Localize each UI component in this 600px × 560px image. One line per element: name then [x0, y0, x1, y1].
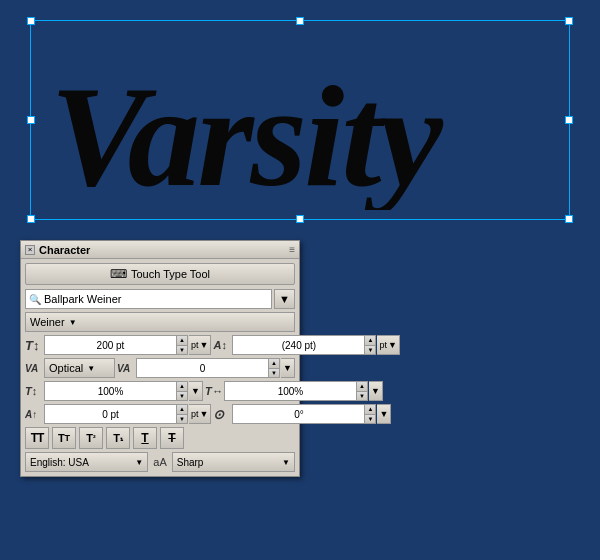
handle-top-right[interactable] — [565, 17, 573, 25]
horizontal-scale-arrows: ▲ ▼ — [356, 382, 367, 400]
tracking-down[interactable]: ▼ — [269, 368, 279, 377]
leading-down[interactable]: ▼ — [365, 345, 375, 354]
text-selection-box: Varsity — [30, 20, 570, 220]
font-style-value: Weiner — [30, 316, 65, 328]
baseline-shift-down[interactable]: ▼ — [177, 414, 187, 423]
typo-buttons-row: TT TT T² T₁ T T — [25, 427, 295, 449]
horizontal-scale-value[interactable] — [225, 386, 356, 397]
font-size-unit[interactable]: pt▼ — [189, 335, 211, 355]
search-icon: 🔍 — [29, 294, 41, 305]
antialias-label: aA — [150, 456, 169, 468]
varsity-text-svg: Varsity — [40, 30, 560, 210]
baseline-rotation-row: A↑ ▲ ▼ pt▼ ⊙ ▲ — [25, 404, 295, 424]
font-size-up[interactable]: ▲ — [177, 336, 187, 345]
font-style-row: Weiner ▼ — [25, 312, 295, 332]
leading-spinbox[interactable]: ▲ ▼ — [232, 335, 376, 355]
panel-body: ⌨ Touch Type Tool 🔍 ▼ Weiner ▼ — [21, 259, 299, 476]
tracking-arrows: ▲ ▼ — [268, 359, 279, 377]
baseline-shift-up[interactable]: ▲ — [177, 405, 187, 414]
horizontal-scale-up[interactable]: ▲ — [357, 382, 367, 391]
handle-bot-center[interactable] — [296, 215, 304, 223]
font-size-icon: T↕ — [25, 338, 43, 353]
antialias-value: Sharp — [177, 457, 204, 468]
superscript-button[interactable]: T² — [79, 427, 103, 449]
tracking-icon: VA — [117, 363, 135, 374]
tracking-value[interactable] — [137, 363, 268, 374]
kerning-value: Optical — [49, 362, 83, 374]
language-arrow: ▼ — [135, 458, 143, 467]
language-dropdown[interactable]: English: USA ▼ — [25, 452, 148, 472]
underline-button[interactable]: T — [133, 427, 157, 449]
panel-close-button[interactable]: × — [25, 245, 35, 255]
antialias-arrow: ▼ — [282, 458, 290, 467]
font-style-arrow: ▼ — [69, 318, 77, 327]
canvas-area: Varsity × Character ≡ ⌨ Touch Type Tool … — [0, 0, 600, 560]
leading-icon: A↕ — [213, 339, 231, 351]
vertical-scale-unit[interactable]: ▼ — [189, 381, 203, 401]
rotation-unit[interactable]: ▼ — [377, 404, 391, 424]
touch-type-label: Touch Type Tool — [131, 268, 210, 280]
horizontal-scale-unit[interactable]: ▼ — [369, 381, 383, 401]
leading-unit[interactable]: pt▼ — [377, 335, 399, 355]
vertical-scale-up[interactable]: ▲ — [177, 382, 187, 391]
baseline-shift-unit[interactable]: pt▼ — [189, 404, 211, 424]
font-search-input[interactable] — [44, 293, 268, 305]
kerning-group: VA Optical ▼ — [25, 358, 115, 378]
dropdown-arrow-icon: ▼ — [279, 293, 290, 305]
panel-menu-icon[interactable]: ≡ — [289, 244, 295, 255]
all-caps-button[interactable]: TT — [25, 427, 49, 449]
vertical-scale-value[interactable] — [45, 386, 176, 397]
baseline-shift-spinbox[interactable]: ▲ ▼ — [44, 404, 188, 424]
kerning-tracking-row: VA Optical ▼ VA ▲ ▼ ▼ — [25, 358, 295, 378]
font-search-field[interactable]: 🔍 — [25, 289, 272, 309]
handle-top-left[interactable] — [27, 17, 35, 25]
font-style-dropdown[interactable]: Weiner ▼ — [25, 312, 295, 332]
antialias-dropdown[interactable]: Sharp ▼ — [172, 452, 295, 472]
rotation-group: ⊙ ▲ ▼ ▼ — [213, 404, 391, 424]
scale-row: T↕ ▲ ▼ ▼ T↔ ▲ — [25, 381, 295, 401]
baseline-shift-arrows: ▲ ▼ — [176, 405, 187, 423]
horizontal-scale-down[interactable]: ▼ — [357, 391, 367, 400]
vertical-scale-icon: T↕ — [25, 385, 43, 397]
font-size-group: T↕ ▲ ▼ pt▼ — [25, 335, 211, 355]
rotation-up[interactable]: ▲ — [365, 405, 375, 414]
tracking-unit[interactable]: ▼ — [281, 358, 295, 378]
tracking-spinbox[interactable]: ▲ ▼ — [136, 358, 280, 378]
svg-text:Varsity: Varsity — [50, 56, 444, 210]
horizontal-scale-group: T↔ ▲ ▼ ▼ — [205, 381, 383, 401]
tracking-up[interactable]: ▲ — [269, 359, 279, 368]
leading-up[interactable]: ▲ — [365, 336, 375, 345]
horizontal-scale-icon: T↔ — [205, 385, 223, 397]
leading-group: A↕ ▲ ▼ pt▼ — [213, 335, 399, 355]
horizontal-scale-spinbox[interactable]: ▲ ▼ — [224, 381, 368, 401]
vertical-scale-spinbox[interactable]: ▲ ▼ — [44, 381, 188, 401]
kerning-dropdown[interactable]: Optical ▼ — [44, 358, 115, 378]
bottom-row: English: USA ▼ aA Sharp ▼ — [25, 452, 295, 472]
handle-bot-left[interactable] — [27, 215, 35, 223]
baseline-shift-value[interactable] — [45, 409, 176, 420]
panel-title-bar: × Character ≡ — [21, 241, 299, 259]
size-leading-row: T↕ ▲ ▼ pt▼ A↕ ▲ — [25, 335, 295, 355]
rotation-down[interactable]: ▼ — [365, 414, 375, 423]
handle-mid-right[interactable] — [565, 116, 573, 124]
rotation-value[interactable] — [233, 409, 364, 420]
leading-arrows: ▲ ▼ — [364, 336, 375, 354]
strikethrough-button[interactable]: T — [160, 427, 184, 449]
small-caps-button[interactable]: TT — [52, 427, 76, 449]
touch-type-tool-button[interactable]: ⌨ Touch Type Tool — [25, 263, 295, 285]
leading-value[interactable] — [233, 340, 364, 351]
kerning-arrow: ▼ — [87, 364, 95, 373]
vertical-scale-down[interactable]: ▼ — [177, 391, 187, 400]
font-search-row: 🔍 ▼ — [25, 289, 295, 309]
font-search-dropdown-arrow[interactable]: ▼ — [274, 289, 295, 309]
handle-bot-right[interactable] — [565, 215, 573, 223]
subscript-button[interactable]: T₁ — [106, 427, 130, 449]
rotation-spinbox[interactable]: ▲ ▼ — [232, 404, 376, 424]
vertical-scale-group: T↕ ▲ ▼ ▼ — [25, 381, 203, 401]
handle-top-center[interactable] — [296, 17, 304, 25]
font-size-value[interactable] — [45, 340, 176, 351]
handle-mid-left[interactable] — [27, 116, 35, 124]
font-size-spinbox[interactable]: ▲ ▼ — [44, 335, 188, 355]
font-size-down[interactable]: ▼ — [177, 345, 187, 354]
baseline-shift-group: A↑ ▲ ▼ pt▼ — [25, 404, 211, 424]
